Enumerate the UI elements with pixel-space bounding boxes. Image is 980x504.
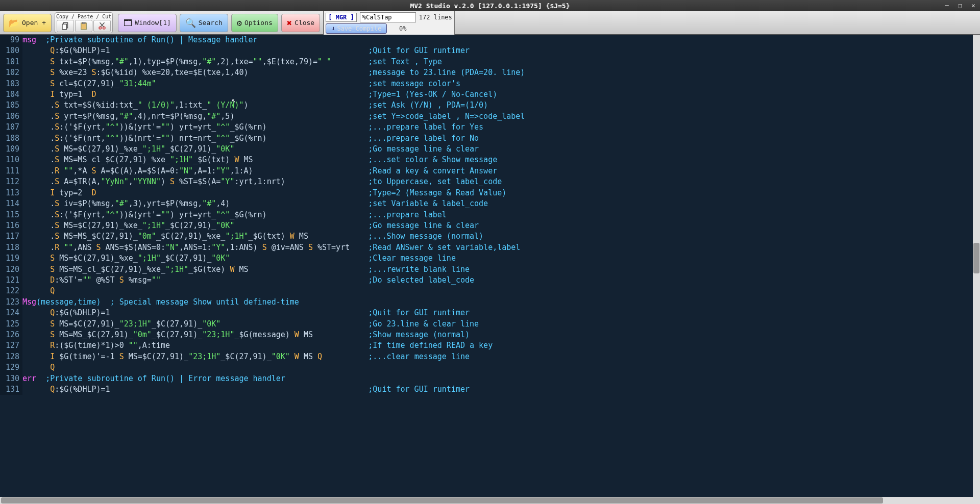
options-button[interactable]: ⚙ Options	[231, 14, 278, 32]
code-line[interactable]: 102 S %xe=23 S:$G(%iid) %xe=20,txe=$E(tx…	[0, 67, 973, 78]
line-number: 116	[0, 220, 22, 231]
window-button[interactable]: 🗔 Window[1]	[118, 14, 176, 32]
compile-progress: 0%	[390, 25, 415, 32]
minimize-icon[interactable]: —	[942, 1, 951, 9]
code-line[interactable]: 112 .S A=$TR(A,"YyNn","YYNN") S %ST=$S(A…	[0, 177, 973, 187]
routine-name-input[interactable]	[360, 12, 416, 22]
line-number: 131	[0, 384, 22, 395]
code-line[interactable]: 101 S txt=$P(%msg,"#",1),typ=$P(%msg,"#"…	[0, 57, 973, 67]
code-line[interactable]: 107 .S:('$F(yrt,"^"))&(yrt'="") yrt=yrt_…	[0, 122, 973, 133]
paste-icon	[79, 21, 88, 31]
line-number: 119	[0, 253, 22, 264]
open-button[interactable]: 📂 Open +	[3, 14, 52, 32]
search-icon: 🔍	[185, 18, 196, 28]
code-line[interactable]: 115 .S:('$F(yrt,"^"))&(yrt'="") yrt=yrt_…	[0, 210, 973, 220]
clipboard-group: Copy / Paste / Cut	[55, 12, 113, 33]
vertical-scroll-thumb[interactable]	[973, 243, 979, 273]
code-line[interactable]: 104 I typ=1 D ;Type=1 (Yes-OK / No-Cance…	[0, 89, 973, 100]
svg-rect-1	[62, 24, 66, 30]
code-line[interactable]: 118 .R "",ANS S ANS=$S(ANS=0:"N",ANS=1:"…	[0, 242, 973, 253]
close-button[interactable]: ✖ Close	[281, 14, 320, 32]
window-title: MV2 Studio v.2.0 [127.0.0.1:1975] {$J=5}	[410, 2, 570, 10]
options-button-label: Options	[244, 19, 273, 27]
svg-rect-2	[81, 23, 87, 30]
line-number: 123	[0, 297, 22, 308]
save-compile-button[interactable]: ⬇ Save_Compile	[326, 23, 387, 34]
line-number: 105	[0, 100, 22, 111]
line-number: 129	[0, 362, 22, 373]
code-line[interactable]: 125 S MS=$C(27,91)_"23;1H"_$C(27,91)_"0K…	[0, 319, 973, 330]
code-line[interactable]: 108 .S:('$F(nrt,"^"))&(nrt'="") nrt=nrt_…	[0, 133, 973, 144]
svg-point-4	[99, 27, 102, 30]
paste-button[interactable]	[75, 20, 92, 32]
code-line[interactable]: 131 Q:$G(%DHLP)=1 ;Quit for GUI runtimer	[0, 384, 973, 395]
code-line[interactable]: 113 I typ=2 D ;Type=2 (Message & Read Va…	[0, 188, 973, 198]
line-number: 99	[0, 35, 22, 45]
close-window-icon[interactable]: ✕	[969, 1, 978, 9]
line-number: 101	[0, 57, 22, 67]
code-line[interactable]: 128 I $G(time)'=-1 S MS=$C(27,91)_"23;1H…	[0, 351, 973, 362]
search-button[interactable]: 🔍 Search	[180, 14, 228, 32]
code-line[interactable]: 126 S MS=MS_$C(27,91)_"0m"_$C(27,91)_"23…	[0, 330, 973, 340]
line-number: 104	[0, 89, 22, 100]
code-line[interactable]: 105 .S txt=$S(%iid:txt_" (1/0)",1:txt_" …	[0, 100, 973, 111]
window-titlebar: MV2 Studio v.2.0 [127.0.0.1:1975] {$J=5}…	[0, 0, 980, 11]
line-number: 108	[0, 133, 22, 144]
main-toolbar: 📂 Open + Copy / Paste / Cut 🗔 Window[1] …	[0, 11, 980, 35]
code-line[interactable]: 103 S cl=$C(27,91)_"31;44m" ;set message…	[0, 79, 973, 89]
code-line[interactable]: 122 Q	[0, 286, 973, 296]
compile-panel: [ MGR ] 172 lines ⬇ Save_Compile 0%	[323, 10, 455, 36]
line-number: 117	[0, 231, 22, 242]
horizontal-scrollbar[interactable]	[0, 497, 980, 504]
vertical-scrollbar[interactable]	[973, 35, 980, 497]
code-line[interactable]: 111 .R "",*A S A=$C(A),A=$S(A=0:"N",A=1:…	[0, 166, 973, 177]
line-number: 111	[0, 166, 22, 177]
cut-icon	[97, 21, 107, 31]
line-number: 128	[0, 351, 22, 362]
line-number: 121	[0, 275, 22, 286]
folder-open-icon: 📂	[9, 18, 19, 28]
line-number: 100	[0, 45, 22, 56]
code-line[interactable]: 119 S MS=$C(27,91)_%xe_";1H"_$C(27,91)_"…	[0, 253, 973, 264]
code-line[interactable]: 99msg ;Private subroutine of Run() | Mes…	[0, 35, 973, 45]
line-number: 114	[0, 198, 22, 209]
horizontal-scroll-thumb[interactable]	[1, 497, 883, 503]
copy-button[interactable]	[57, 20, 74, 32]
code-editor[interactable]: 99msg ;Private subroutine of Run() | Mes…	[0, 35, 980, 497]
code-line[interactable]: 120 S MS=MS_cl_$C(27,91)_%xe_";1H"_$G(tx…	[0, 264, 973, 275]
code-line[interactable]: 127 R:($G(time)*1)>0 "",A:time ;If time …	[0, 340, 973, 351]
line-number: 130	[0, 373, 22, 384]
code-line[interactable]: 117 .S MS=MS_$C(27,91)_"0m"_$C(27,91)_%x…	[0, 231, 973, 242]
line-number: 124	[0, 308, 22, 318]
copy-icon	[61, 21, 70, 31]
line-number: 125	[0, 319, 22, 330]
code-line[interactable]: 123Msg(message,time) ; Special message S…	[0, 297, 973, 308]
line-number: 102	[0, 67, 22, 78]
maximize-icon[interactable]: ❐	[955, 1, 965, 9]
svg-rect-3	[82, 22, 85, 24]
namespace-tag[interactable]: [ MGR ]	[326, 13, 357, 22]
code-line[interactable]: 109 .S MS=$C(27,91)_%xe_";1H"_$C(27,91)_…	[0, 144, 973, 155]
code-line[interactable]: 100 Q:$G(%DHLP)=1 ;Quit for GUI runtimer	[0, 45, 973, 56]
line-number: 107	[0, 122, 22, 133]
line-number: 120	[0, 264, 22, 275]
line-number: 110	[0, 155, 22, 165]
line-number: 112	[0, 177, 22, 187]
code-line[interactable]: 110 .S MS=MS_cl_$C(27,91)_%xe_";1H"_$G(t…	[0, 155, 973, 165]
window-icon: 🗔	[124, 18, 132, 28]
clipboard-group-title: Copy / Paste / Cut	[56, 14, 111, 19]
mouse-cursor-icon: ↖	[232, 95, 236, 106]
code-line[interactable]: 130err ;Private subroutine of Run() | Er…	[0, 373, 973, 384]
code-line[interactable]: 129 Q	[0, 362, 973, 373]
code-line[interactable]: 116 .S MS=$C(27,91)_%xe_";1H"_$C(27,91)_…	[0, 220, 973, 231]
save-compile-label: Save_Compile	[337, 25, 381, 32]
close-button-label: Close	[295, 19, 314, 27]
cut-button[interactable]	[93, 20, 111, 32]
code-line[interactable]: 106 .S yrt=$P(%msg,"#",4),nrt=$P(%msg,"#…	[0, 111, 973, 122]
line-number: 118	[0, 242, 22, 253]
code-line[interactable]: 121 D:%ST'="" @%ST S %msg="" ;Do selecte…	[0, 275, 973, 286]
window-button-label: Window[1]	[135, 19, 170, 27]
code-line[interactable]: 114 .S iv=$P(%msg,"#",3),yrt=$P(%msg,"#"…	[0, 198, 973, 209]
line-number: 106	[0, 111, 22, 122]
code-line[interactable]: 124 Q:$G(%DHLP)=1 ;Quit for GUI runtimer	[0, 308, 973, 318]
